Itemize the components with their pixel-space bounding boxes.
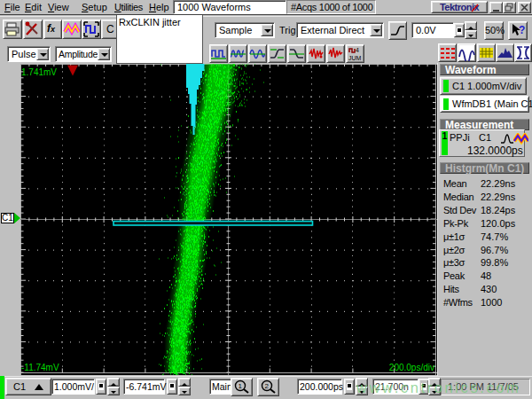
svg-text:1: 1 (239, 382, 243, 390)
svg-text:2: 2 (265, 382, 270, 390)
svg-text:4: 4 (356, 47, 359, 53)
svg-text:JUM: JUM (348, 55, 362, 61)
svg-text:?: ? (519, 24, 525, 36)
svg-text:1.741mV: 1.741mV (21, 67, 57, 77)
svg-text:-11.74mV: -11.74mV (21, 363, 59, 372)
svg-text:200.0ps/div: 200.0ps/div (389, 363, 434, 372)
